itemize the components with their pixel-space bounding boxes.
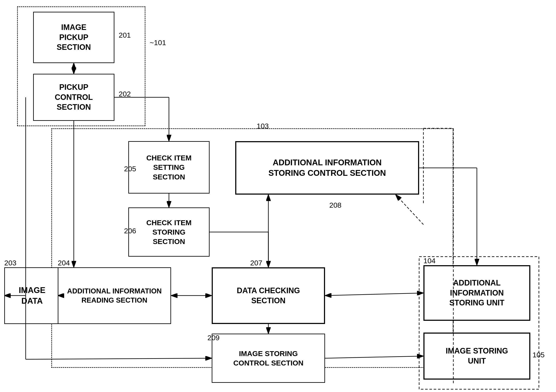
ref-101: ~101 <box>150 38 166 47</box>
ref-209: 209 <box>208 334 220 342</box>
pickup-control-label: PICKUP CONTROL SECTION <box>55 82 93 112</box>
ref-105: 105 <box>533 351 545 359</box>
ref-202: 202 <box>119 90 131 98</box>
image-pickup-section-box: IMAGE PICKUP SECTION <box>33 12 114 63</box>
pickup-control-section-box: PICKUP CONTROL SECTION <box>33 74 114 121</box>
image-storing-unit-box: IMAGE STORING UNIT <box>423 332 530 380</box>
check-item-setting-box: CHECK ITEM SETTING SECTION <box>128 141 209 193</box>
ref-204: 204 <box>58 259 70 267</box>
ref-207: 207 <box>250 259 263 267</box>
data-checking-box: DATA CHECKING SECTION <box>212 267 325 324</box>
image-storing-control-label: IMAGE STORING CONTROL SECTION <box>233 349 303 368</box>
check-item-setting-label: CHECK ITEM SETTING SECTION <box>146 153 192 182</box>
ref-206: 206 <box>124 227 136 235</box>
additional-info-storing-unit-box: ADDITIONAL INFORMATION STORING UNIT <box>423 265 530 321</box>
check-item-storing-box: CHECK ITEM STORING SECTION <box>128 208 209 257</box>
image-pickup-label: IMAGE PICKUP SECTION <box>57 23 91 52</box>
additional-info-reading-box: ADDITIONAL INFORMATION READING SECTION <box>58 267 171 324</box>
ref-103: 103 <box>257 122 269 130</box>
ref-208: 208 <box>329 201 341 209</box>
ref-104: 104 <box>423 257 436 265</box>
ref-205: 205 <box>124 165 136 173</box>
additional-info-storing-control-box: ADDITIONAL INFORMATION STORING CONTROL S… <box>235 141 419 195</box>
additional-info-storing-control-label: ADDITIONAL INFORMATION STORING CONTROL S… <box>268 157 386 179</box>
image-data-label: IMAGE DATA <box>19 285 46 306</box>
image-storing-control-box: IMAGE STORING CONTROL SECTION <box>212 334 325 383</box>
additional-info-reading-label: ADDITIONAL INFORMATION READING SECTION <box>67 287 162 305</box>
check-item-storing-label: CHECK ITEM STORING SECTION <box>146 218 192 246</box>
image-storing-unit-label: IMAGE STORING UNIT <box>446 346 508 366</box>
data-checking-label: DATA CHECKING SECTION <box>237 286 300 306</box>
ref-201: 201 <box>119 31 131 39</box>
image-data-box: IMAGE DATA <box>4 267 60 324</box>
ref-203: 203 <box>4 259 16 267</box>
additional-info-storing-unit-label: ADDITIONAL INFORMATION STORING UNIT <box>449 278 504 308</box>
